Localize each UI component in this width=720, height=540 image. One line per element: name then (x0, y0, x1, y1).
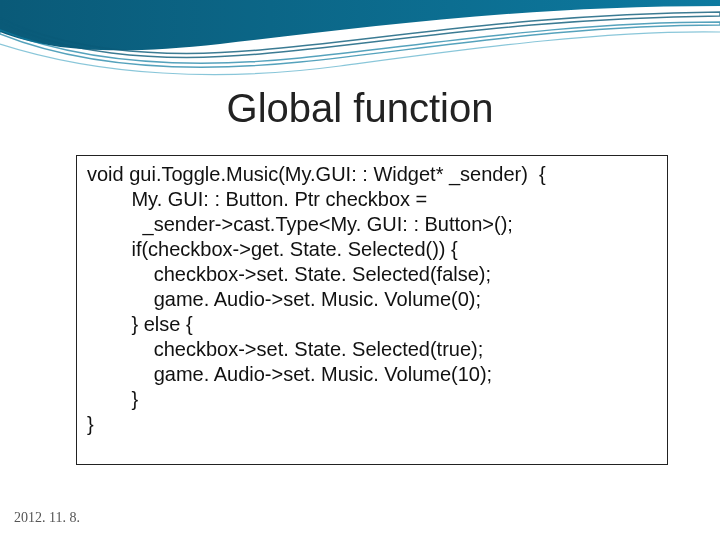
code-box: void gui.Toggle.Music(My.GUI: : Widget* … (76, 155, 668, 465)
code-line: } (87, 412, 657, 437)
slide: Global function void gui.Toggle.Music(My… (0, 0, 720, 540)
code-line: } else { (87, 312, 657, 337)
code-line: void gui.Toggle.Music(My.GUI: : Widget* … (87, 162, 657, 187)
code-line: _sender->cast.Type<My. GUI: : Button>(); (87, 212, 657, 237)
code-line: game. Audio->set. Music. Volume(0); (87, 287, 657, 312)
slide-date: 2012. 11. 8. (14, 510, 80, 526)
code-line: My. GUI: : Button. Ptr checkbox = (87, 187, 657, 212)
code-line: if(checkbox->get. State. Selected()) { (87, 237, 657, 262)
code-line: checkbox->set. State. Selected(false); (87, 262, 657, 287)
code-line: } (87, 387, 657, 412)
slide-title: Global function (0, 86, 720, 131)
code-line: checkbox->set. State. Selected(true); (87, 337, 657, 362)
decorative-swoosh (0, 0, 720, 100)
code-line: game. Audio->set. Music. Volume(10); (87, 362, 657, 387)
